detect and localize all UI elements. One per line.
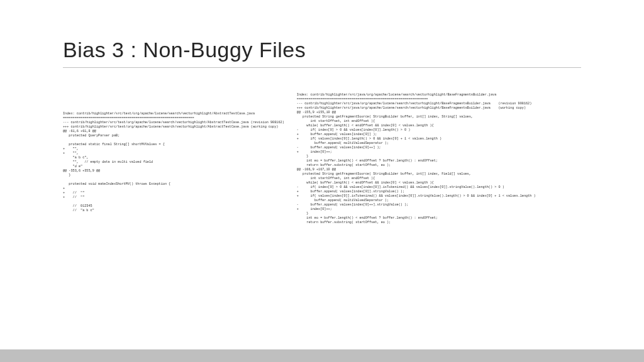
- diff-left-code: Index: contrib/highlighter/src/test/org/…: [63, 112, 284, 213]
- footer-bar: [0, 349, 644, 362]
- slide-title: Bias 3 : Non-Buggy Files: [63, 38, 581, 68]
- diff-container: Index: contrib/highlighter/src/test/org/…: [63, 93, 581, 225]
- diff-right-code: Index: contrib/highlighter/src/java/org/…: [297, 93, 618, 225]
- slide-content: Bias 3 : Non-Buggy Files Index: contrib/…: [0, 0, 644, 362]
- diff-left-column: Index: contrib/highlighter/src/test/org/…: [63, 93, 284, 225]
- diff-right-column: Index: contrib/highlighter/src/java/org/…: [297, 93, 618, 225]
